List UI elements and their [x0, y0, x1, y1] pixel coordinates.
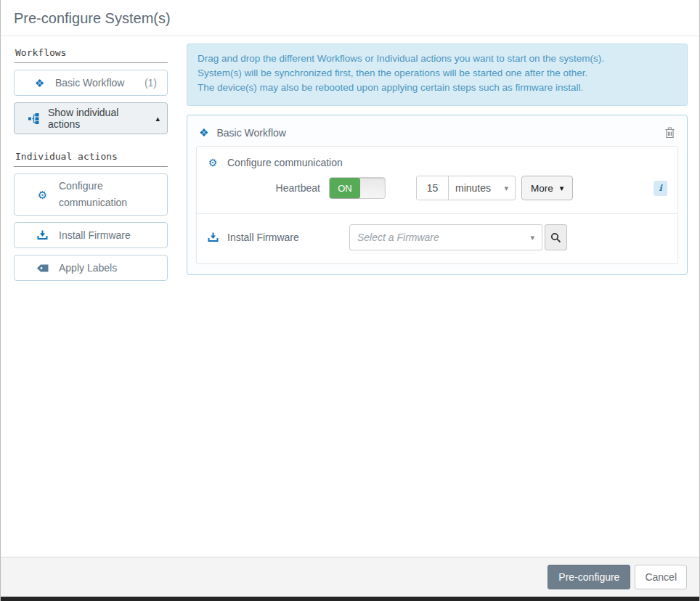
- interval-value-input[interactable]: [416, 176, 449, 200]
- dialog-footer: Pre-configure Cancel: [1, 557, 699, 597]
- workflow-icon: ❖: [199, 126, 208, 139]
- gear-icon: ⚙: [36, 189, 49, 200]
- info-icon[interactable]: i: [654, 181, 667, 196]
- heartbeat-label: Heartbeat: [207, 182, 329, 194]
- individual-actions-heading: Individual actions: [14, 147, 168, 167]
- gear-icon: ⚙: [207, 157, 219, 168]
- workflow-panel-title: Basic Workflow: [216, 127, 285, 139]
- install-firmware-step: Install Firmware Select a Firmware ▾: [197, 213, 677, 263]
- pre-configure-button[interactable]: Pre-configure: [548, 565, 630, 589]
- individual-actions-icon: [28, 113, 40, 124]
- dialog-header: Pre-configure System(s): [1, 0, 699, 36]
- chevron-down-icon: ▾: [504, 184, 508, 193]
- workflow-icon: ❖: [33, 78, 46, 89]
- more-button[interactable]: More ▾: [521, 176, 573, 200]
- action-configure-communication[interactable]: ⚙ Configure communication: [14, 173, 168, 216]
- trash-icon: [664, 127, 675, 139]
- cancel-button[interactable]: Cancel: [635, 565, 687, 589]
- firmware-search-button[interactable]: [545, 224, 567, 250]
- step-title: Install Firmware: [227, 232, 299, 243]
- toggle-on-segment: ON: [330, 178, 360, 198]
- action-label: Install Firmware: [59, 227, 131, 244]
- pre-configure-dialog: Pre-configure System(s) Workflows ❖ Basi…: [0, 0, 700, 601]
- heartbeat-toggle[interactable]: ON: [329, 177, 386, 199]
- basic-workflow-panel: ❖ Basic Workflow ⚙ Configure communicati…: [187, 115, 688, 275]
- chevron-up-icon: ▴: [155, 114, 160, 123]
- download-icon: [207, 232, 219, 242]
- sidebar: Workflows ❖ Basic Workflow (1) Show indi…: [14, 44, 168, 557]
- more-label: More: [531, 183, 553, 194]
- info-line: The device(s) may also be rebooted upon …: [198, 81, 677, 95]
- info-line: Drag and drop the different Workflows or…: [198, 52, 677, 66]
- configure-communication-step: ⚙ Configure communication Heartbeat ON m…: [197, 147, 677, 213]
- firmware-select[interactable]: Select a Firmware ▾: [349, 224, 542, 250]
- step-title-row: ⚙ Configure communication: [207, 157, 667, 168]
- delete-workflow-button[interactable]: [663, 126, 677, 140]
- chevron-down-icon: ▾: [560, 184, 564, 193]
- info-message-box: Drag and drop the different Workflows or…: [187, 44, 688, 106]
- action-install-firmware[interactable]: Install Firmware: [14, 222, 168, 248]
- firmware-row: Install Firmware Select a Firmware ▾: [207, 224, 667, 250]
- workflow-panel-header: ❖ Basic Workflow: [196, 123, 678, 146]
- chevron-down-icon: ▾: [530, 233, 534, 242]
- interval-unit-select[interactable]: minutes ▾: [448, 176, 516, 200]
- step-title: Configure communication: [227, 157, 343, 168]
- workflows-heading: Workflows: [14, 44, 168, 63]
- action-label: Configure communication: [59, 178, 147, 211]
- dialog-body: Workflows ❖ Basic Workflow (1) Show indi…: [1, 36, 699, 557]
- download-icon: [36, 230, 49, 240]
- interval-unit-value: minutes: [455, 182, 491, 194]
- basic-workflow-button[interactable]: ❖ Basic Workflow (1): [14, 70, 168, 96]
- action-label: Apply Labels: [59, 260, 117, 277]
- heartbeat-row: Heartbeat ON minutes ▾ More ▾: [207, 176, 667, 200]
- tag-icon: [36, 264, 49, 272]
- basic-workflow-label: Basic Workflow: [55, 77, 124, 89]
- search-icon: [550, 232, 561, 243]
- workflow-count-badge: (1): [145, 77, 160, 89]
- info-line: System(s) will be synchronized first, th…: [198, 66, 677, 81]
- main-area: Drag and drop the different Workflows or…: [187, 44, 688, 557]
- firmware-select-placeholder: Select a Firmware: [357, 232, 439, 243]
- page-behind-edge: [1, 597, 699, 601]
- page-title: Pre-configure System(s): [14, 10, 686, 27]
- action-apply-labels[interactable]: Apply Labels: [14, 255, 168, 281]
- show-individual-actions-label: Show individual actions: [48, 107, 150, 130]
- step-title-row: Install Firmware: [207, 232, 349, 243]
- workflow-steps-group: ⚙ Configure communication Heartbeat ON m…: [196, 146, 678, 264]
- show-individual-actions-button[interactable]: Show individual actions ▴: [14, 102, 168, 134]
